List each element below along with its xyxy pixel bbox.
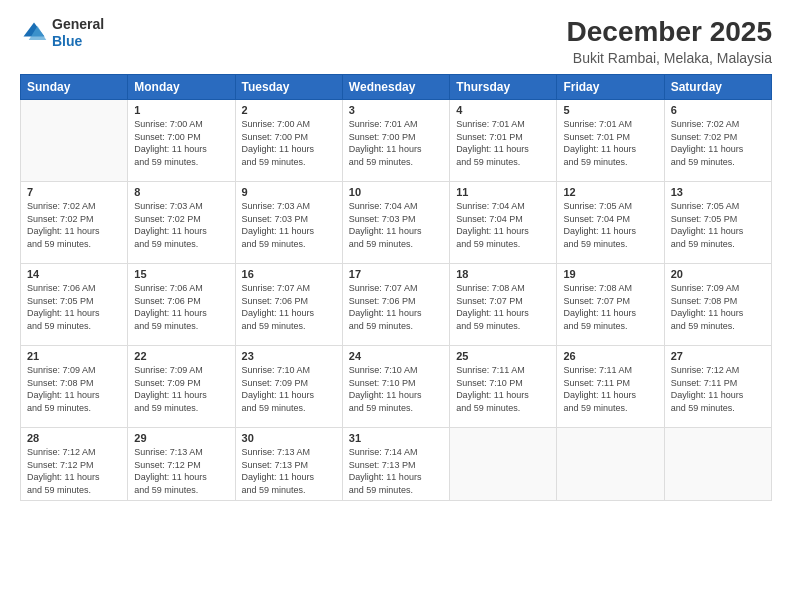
day-number: 9	[242, 186, 336, 198]
day-info: Sunrise: 7:08 AM Sunset: 7:07 PM Dayligh…	[456, 282, 550, 332]
calendar-cell: 5Sunrise: 7:01 AM Sunset: 7:01 PM Daylig…	[557, 100, 664, 182]
calendar-cell	[450, 428, 557, 501]
day-number: 3	[349, 104, 443, 116]
day-number: 5	[563, 104, 657, 116]
calendar-cell: 31Sunrise: 7:14 AM Sunset: 7:13 PM Dayli…	[342, 428, 449, 501]
day-info: Sunrise: 7:07 AM Sunset: 7:06 PM Dayligh…	[242, 282, 336, 332]
day-number: 2	[242, 104, 336, 116]
day-info: Sunrise: 7:09 AM Sunset: 7:08 PM Dayligh…	[671, 282, 765, 332]
logo-icon	[20, 19, 48, 47]
calendar-cell: 30Sunrise: 7:13 AM Sunset: 7:13 PM Dayli…	[235, 428, 342, 501]
title-block: December 2025 Bukit Rambai, Melaka, Mala…	[567, 16, 772, 66]
day-number: 7	[27, 186, 121, 198]
calendar-cell: 18Sunrise: 7:08 AM Sunset: 7:07 PM Dayli…	[450, 264, 557, 346]
day-number: 14	[27, 268, 121, 280]
day-number: 22	[134, 350, 228, 362]
calendar-cell: 6Sunrise: 7:02 AM Sunset: 7:02 PM Daylig…	[664, 100, 771, 182]
calendar-cell: 25Sunrise: 7:11 AM Sunset: 7:10 PM Dayli…	[450, 346, 557, 428]
calendar-cell: 13Sunrise: 7:05 AM Sunset: 7:05 PM Dayli…	[664, 182, 771, 264]
calendar-week-row: 14Sunrise: 7:06 AM Sunset: 7:05 PM Dayli…	[21, 264, 772, 346]
day-number: 4	[456, 104, 550, 116]
day-number: 6	[671, 104, 765, 116]
calendar-week-row: 1Sunrise: 7:00 AM Sunset: 7:00 PM Daylig…	[21, 100, 772, 182]
header: General Blue December 2025 Bukit Rambai,…	[20, 16, 772, 66]
day-info: Sunrise: 7:07 AM Sunset: 7:06 PM Dayligh…	[349, 282, 443, 332]
calendar-week-row: 21Sunrise: 7:09 AM Sunset: 7:08 PM Dayli…	[21, 346, 772, 428]
weekday-header: Tuesday	[235, 75, 342, 100]
calendar-table: SundayMondayTuesdayWednesdayThursdayFrid…	[20, 74, 772, 501]
calendar-cell: 26Sunrise: 7:11 AM Sunset: 7:11 PM Dayli…	[557, 346, 664, 428]
day-number: 10	[349, 186, 443, 198]
day-number: 28	[27, 432, 121, 444]
day-number: 1	[134, 104, 228, 116]
calendar-cell: 3Sunrise: 7:01 AM Sunset: 7:00 PM Daylig…	[342, 100, 449, 182]
calendar-cell	[664, 428, 771, 501]
calendar-cell: 8Sunrise: 7:03 AM Sunset: 7:02 PM Daylig…	[128, 182, 235, 264]
day-number: 13	[671, 186, 765, 198]
day-number: 21	[27, 350, 121, 362]
day-info: Sunrise: 7:13 AM Sunset: 7:12 PM Dayligh…	[134, 446, 228, 496]
day-info: Sunrise: 7:00 AM Sunset: 7:00 PM Dayligh…	[242, 118, 336, 168]
day-number: 17	[349, 268, 443, 280]
weekday-header: Thursday	[450, 75, 557, 100]
day-number: 26	[563, 350, 657, 362]
calendar-cell: 22Sunrise: 7:09 AM Sunset: 7:09 PM Dayli…	[128, 346, 235, 428]
day-info: Sunrise: 7:11 AM Sunset: 7:11 PM Dayligh…	[563, 364, 657, 414]
weekday-header: Wednesday	[342, 75, 449, 100]
day-info: Sunrise: 7:00 AM Sunset: 7:00 PM Dayligh…	[134, 118, 228, 168]
day-info: Sunrise: 7:02 AM Sunset: 7:02 PM Dayligh…	[27, 200, 121, 250]
day-info: Sunrise: 7:08 AM Sunset: 7:07 PM Dayligh…	[563, 282, 657, 332]
day-info: Sunrise: 7:12 AM Sunset: 7:11 PM Dayligh…	[671, 364, 765, 414]
calendar-cell: 9Sunrise: 7:03 AM Sunset: 7:03 PM Daylig…	[235, 182, 342, 264]
main-title: December 2025	[567, 16, 772, 48]
day-info: Sunrise: 7:09 AM Sunset: 7:08 PM Dayligh…	[27, 364, 121, 414]
day-number: 11	[456, 186, 550, 198]
day-number: 18	[456, 268, 550, 280]
day-number: 23	[242, 350, 336, 362]
calendar-cell: 28Sunrise: 7:12 AM Sunset: 7:12 PM Dayli…	[21, 428, 128, 501]
day-info: Sunrise: 7:02 AM Sunset: 7:02 PM Dayligh…	[671, 118, 765, 168]
day-number: 12	[563, 186, 657, 198]
day-info: Sunrise: 7:01 AM Sunset: 7:00 PM Dayligh…	[349, 118, 443, 168]
day-info: Sunrise: 7:01 AM Sunset: 7:01 PM Dayligh…	[456, 118, 550, 168]
calendar-cell: 4Sunrise: 7:01 AM Sunset: 7:01 PM Daylig…	[450, 100, 557, 182]
day-number: 16	[242, 268, 336, 280]
calendar-cell: 19Sunrise: 7:08 AM Sunset: 7:07 PM Dayli…	[557, 264, 664, 346]
subtitle: Bukit Rambai, Melaka, Malaysia	[567, 50, 772, 66]
day-number: 29	[134, 432, 228, 444]
weekday-header: Friday	[557, 75, 664, 100]
day-info: Sunrise: 7:06 AM Sunset: 7:05 PM Dayligh…	[27, 282, 121, 332]
day-info: Sunrise: 7:04 AM Sunset: 7:04 PM Dayligh…	[456, 200, 550, 250]
day-info: Sunrise: 7:11 AM Sunset: 7:10 PM Dayligh…	[456, 364, 550, 414]
day-info: Sunrise: 7:10 AM Sunset: 7:10 PM Dayligh…	[349, 364, 443, 414]
weekday-header: Monday	[128, 75, 235, 100]
day-info: Sunrise: 7:03 AM Sunset: 7:02 PM Dayligh…	[134, 200, 228, 250]
day-info: Sunrise: 7:05 AM Sunset: 7:05 PM Dayligh…	[671, 200, 765, 250]
calendar-cell: 12Sunrise: 7:05 AM Sunset: 7:04 PM Dayli…	[557, 182, 664, 264]
day-number: 19	[563, 268, 657, 280]
calendar-cell	[21, 100, 128, 182]
calendar-cell: 24Sunrise: 7:10 AM Sunset: 7:10 PM Dayli…	[342, 346, 449, 428]
logo: General Blue	[20, 16, 104, 50]
day-number: 15	[134, 268, 228, 280]
calendar-cell: 21Sunrise: 7:09 AM Sunset: 7:08 PM Dayli…	[21, 346, 128, 428]
day-number: 20	[671, 268, 765, 280]
calendar-cell: 29Sunrise: 7:13 AM Sunset: 7:12 PM Dayli…	[128, 428, 235, 501]
day-number: 31	[349, 432, 443, 444]
calendar-cell: 15Sunrise: 7:06 AM Sunset: 7:06 PM Dayli…	[128, 264, 235, 346]
calendar-header-row: SundayMondayTuesdayWednesdayThursdayFrid…	[21, 75, 772, 100]
calendar-cell: 20Sunrise: 7:09 AM Sunset: 7:08 PM Dayli…	[664, 264, 771, 346]
weekday-header: Sunday	[21, 75, 128, 100]
calendar-cell: 14Sunrise: 7:06 AM Sunset: 7:05 PM Dayli…	[21, 264, 128, 346]
day-number: 24	[349, 350, 443, 362]
day-info: Sunrise: 7:12 AM Sunset: 7:12 PM Dayligh…	[27, 446, 121, 496]
day-info: Sunrise: 7:04 AM Sunset: 7:03 PM Dayligh…	[349, 200, 443, 250]
logo-general: General	[52, 16, 104, 32]
calendar-cell: 7Sunrise: 7:02 AM Sunset: 7:02 PM Daylig…	[21, 182, 128, 264]
day-info: Sunrise: 7:10 AM Sunset: 7:09 PM Dayligh…	[242, 364, 336, 414]
calendar-cell	[557, 428, 664, 501]
day-info: Sunrise: 7:13 AM Sunset: 7:13 PM Dayligh…	[242, 446, 336, 496]
day-number: 27	[671, 350, 765, 362]
calendar-cell: 16Sunrise: 7:07 AM Sunset: 7:06 PM Dayli…	[235, 264, 342, 346]
day-number: 8	[134, 186, 228, 198]
